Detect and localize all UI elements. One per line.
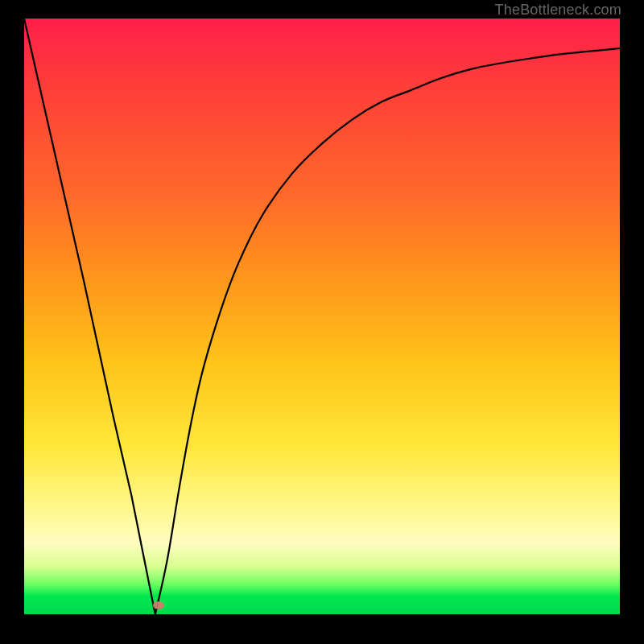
bottleneck-curve xyxy=(24,19,620,614)
chart-frame: TheBottleneck.com xyxy=(0,0,644,644)
plot-area xyxy=(24,19,620,614)
minimum-marker xyxy=(153,601,164,609)
attribution-label: TheBottleneck.com xyxy=(495,2,621,19)
